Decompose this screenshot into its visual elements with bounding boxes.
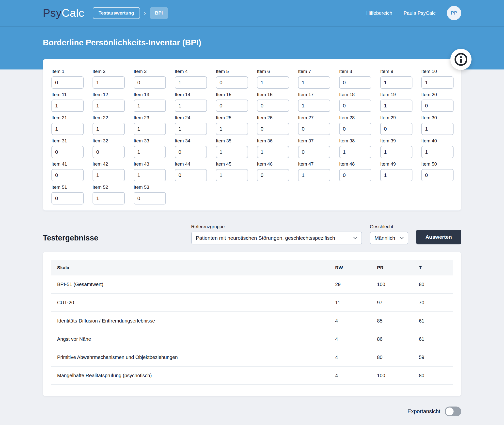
item-value-input[interactable] bbox=[339, 146, 371, 158]
item-cell: Item 19 bbox=[380, 92, 412, 112]
item-value-input[interactable] bbox=[175, 146, 207, 158]
item-value-input[interactable] bbox=[51, 123, 84, 135]
item-value-input[interactable] bbox=[421, 169, 454, 181]
item-label: Item 37 bbox=[298, 138, 330, 144]
item-label: Item 11 bbox=[51, 92, 84, 97]
item-value-input[interactable] bbox=[175, 123, 207, 135]
item-value-input[interactable] bbox=[175, 100, 207, 112]
item-cell: Item 47 bbox=[298, 161, 330, 181]
item-value-input[interactable] bbox=[216, 146, 248, 158]
item-cell: Item 34 bbox=[175, 138, 207, 158]
item-cell: Item 26 bbox=[257, 115, 289, 135]
item-value-input[interactable] bbox=[339, 169, 371, 181]
item-value-input[interactable] bbox=[421, 76, 454, 89]
item-value-input[interactable] bbox=[257, 76, 289, 89]
item-cell: Item 12 bbox=[93, 92, 125, 112]
item-value-input[interactable] bbox=[134, 169, 166, 181]
item-value-input[interactable] bbox=[134, 76, 166, 89]
info-button[interactable] bbox=[450, 49, 472, 70]
item-label: Item 45 bbox=[216, 161, 248, 167]
breadcrumb-testauswertung-button[interactable]: Testauswertung bbox=[93, 7, 140, 19]
item-cell: Item 32 bbox=[93, 138, 125, 158]
cell-pr: 80 bbox=[377, 355, 419, 360]
export-view-toggle[interactable] bbox=[445, 407, 461, 416]
item-value-input[interactable] bbox=[257, 169, 289, 181]
item-value-input[interactable] bbox=[51, 169, 84, 181]
item-label: Item 21 bbox=[51, 115, 84, 120]
item-label: Item 41 bbox=[51, 161, 84, 167]
table-row: Identitäts-Diffusion / Entfremdungserleb… bbox=[51, 312, 453, 330]
item-label: Item 22 bbox=[93, 115, 125, 120]
breadcrumb: Testauswertung › BPI bbox=[93, 7, 168, 19]
item-value-input[interactable] bbox=[339, 100, 371, 112]
item-label: Item 5 bbox=[216, 69, 248, 74]
item-value-input[interactable] bbox=[298, 146, 330, 158]
gender-select[interactable]: Männlich bbox=[370, 232, 408, 244]
item-value-input[interactable] bbox=[216, 100, 248, 112]
user-name-link[interactable]: Paula PsyCalc bbox=[404, 10, 436, 16]
help-link[interactable]: Hilfebereich bbox=[366, 10, 392, 16]
cell-t: 80 bbox=[419, 373, 453, 378]
item-cell: Item 37 bbox=[298, 138, 330, 158]
item-value-input[interactable] bbox=[380, 146, 412, 158]
item-value-input[interactable] bbox=[298, 100, 330, 112]
gender-field: Geschlecht Männlich bbox=[370, 224, 408, 244]
item-value-input[interactable] bbox=[134, 192, 166, 204]
item-value-input[interactable] bbox=[216, 123, 248, 135]
item-value-input[interactable] bbox=[93, 76, 125, 89]
item-label: Item 15 bbox=[216, 92, 248, 97]
item-label: Item 29 bbox=[380, 115, 412, 120]
cell-t: 61 bbox=[419, 318, 453, 324]
item-value-input[interactable] bbox=[51, 146, 84, 158]
item-value-input[interactable] bbox=[298, 123, 330, 135]
item-value-input[interactable] bbox=[421, 146, 454, 158]
item-value-input[interactable] bbox=[51, 100, 84, 112]
cell-skala: Mangelhafte Realitätsprüfung (psychotisc… bbox=[51, 373, 335, 378]
item-label: Item 14 bbox=[175, 92, 207, 97]
item-value-input[interactable] bbox=[216, 76, 248, 89]
item-value-input[interactable] bbox=[339, 76, 371, 89]
breadcrumb-bpi-button[interactable]: BPI bbox=[150, 7, 168, 19]
item-value-input[interactable] bbox=[175, 76, 207, 89]
item-value-input[interactable] bbox=[175, 169, 207, 181]
cell-skala: Identitäts-Diffusion / Entfremdungserleb… bbox=[51, 318, 335, 324]
evaluate-button[interactable]: Auswerten bbox=[416, 230, 461, 244]
item-value-input[interactable] bbox=[93, 169, 125, 181]
item-value-input[interactable] bbox=[134, 146, 166, 158]
item-value-input[interactable] bbox=[421, 100, 454, 112]
reference-group-select[interactable]: Patienten mit neurotischen Störungen, ge… bbox=[191, 232, 362, 244]
avatar[interactable]: PP bbox=[447, 6, 461, 20]
item-label: Item 1 bbox=[51, 69, 84, 74]
item-value-input[interactable] bbox=[51, 192, 84, 204]
table-header-row: Skala RW PR T bbox=[51, 260, 453, 275]
item-value-input[interactable] bbox=[93, 100, 125, 112]
item-value-input[interactable] bbox=[216, 169, 248, 181]
item-value-input[interactable] bbox=[421, 123, 454, 135]
cell-t: 70 bbox=[419, 300, 453, 306]
item-value-input[interactable] bbox=[134, 123, 166, 135]
reference-group-field: Referenzgruppe Patienten mit neurotische… bbox=[191, 224, 362, 244]
item-value-input[interactable] bbox=[380, 123, 412, 135]
column-header-pr: PR bbox=[377, 265, 419, 271]
item-value-input[interactable] bbox=[51, 76, 84, 89]
item-value-input[interactable] bbox=[380, 100, 412, 112]
item-value-input[interactable] bbox=[93, 123, 125, 135]
item-value-input[interactable] bbox=[257, 146, 289, 158]
table-row: Mangelhafte Realitätsprüfung (psychotisc… bbox=[51, 367, 453, 385]
item-value-input[interactable] bbox=[257, 123, 289, 135]
item-value-input[interactable] bbox=[134, 100, 166, 112]
item-value-input[interactable] bbox=[380, 169, 412, 181]
item-value-input[interactable] bbox=[93, 192, 125, 204]
item-label: Item 51 bbox=[51, 185, 84, 190]
table-body: BPI-51 (Gesamtwert) 29 100 80 CUT-20 11 … bbox=[51, 275, 453, 385]
item-value-input[interactable] bbox=[93, 146, 125, 158]
item-cell: Item 7 bbox=[298, 69, 330, 89]
item-cell: Item 46 bbox=[257, 161, 289, 181]
item-cell: Item 3 bbox=[134, 69, 166, 89]
item-cell: Item 50 bbox=[421, 161, 454, 181]
item-value-input[interactable] bbox=[380, 76, 412, 89]
item-value-input[interactable] bbox=[298, 169, 330, 181]
item-value-input[interactable] bbox=[298, 76, 330, 89]
item-value-input[interactable] bbox=[339, 123, 371, 135]
item-value-input[interactable] bbox=[257, 100, 289, 112]
